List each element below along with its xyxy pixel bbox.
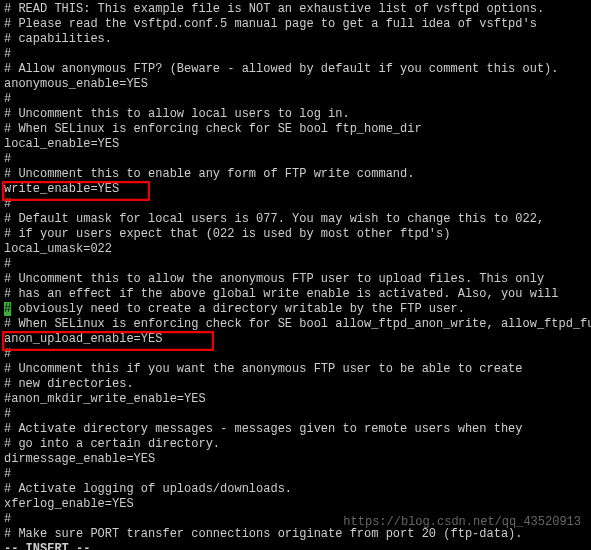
editor-line[interactable]: # Uncomment this to allow the anonymous … (4, 272, 587, 287)
watermark: https://blog.csdn.net/qq_43520913 (343, 515, 581, 530)
editor-line[interactable]: # (4, 347, 587, 362)
editor-line[interactable]: # Please read the vsftpd.conf.5 manual p… (4, 17, 587, 32)
editor-line[interactable]: # has an effect if the above global writ… (4, 287, 587, 302)
editor-line[interactable]: # new directories. (4, 377, 587, 392)
editor-line[interactable]: # Uncomment this to allow local users to… (4, 107, 587, 122)
editor-line[interactable]: # Uncomment this to enable any form of F… (4, 167, 587, 182)
editor-content[interactable]: # READ THIS: This example file is NOT an… (4, 2, 587, 542)
editor-line[interactable]: xferlog_enable=YES (4, 497, 587, 512)
mode-indicator: -- INSERT -- (4, 542, 587, 550)
editor-line[interactable]: # go into a certain directory. (4, 437, 587, 452)
editor-line[interactable]: # capabilities. (4, 32, 587, 47)
editor-line[interactable]: # READ THIS: This example file is NOT an… (4, 2, 587, 17)
editor-line[interactable]: # Uncomment this if you want the anonymo… (4, 362, 587, 377)
editor-line[interactable]: anon_upload_enable=YES (4, 332, 587, 347)
editor-line[interactable]: # Default umask for local users is 077. … (4, 212, 587, 227)
editor-line[interactable]: local_umask=022 (4, 242, 587, 257)
editor-line[interactable]: anonymous_enable=YES (4, 77, 587, 92)
editor-line[interactable]: # (4, 152, 587, 167)
editor-line[interactable]: # Allow anonymous FTP? (Beware - allowed… (4, 62, 587, 77)
editor-line[interactable]: dirmessage_enable=YES (4, 452, 587, 467)
editor-line[interactable]: # (4, 197, 587, 212)
editor-line[interactable]: # (4, 407, 587, 422)
editor-line[interactable]: # (4, 467, 587, 482)
editor-line[interactable]: # When SELinux is enforcing check for SE… (4, 317, 587, 332)
editor-line[interactable]: # (4, 47, 587, 62)
editor-line[interactable]: # Activate directory messages - messages… (4, 422, 587, 437)
editor-line[interactable]: # obviously need to create a directory w… (4, 302, 587, 317)
editor-line[interactable]: # if your users expect that (022 is used… (4, 227, 587, 242)
editor-line[interactable]: # (4, 257, 587, 272)
editor-line[interactable]: #anon_mkdir_write_enable=YES (4, 392, 587, 407)
editor-line[interactable]: local_enable=YES (4, 137, 587, 152)
cursor: # (4, 302, 11, 316)
editor-line[interactable]: # Activate logging of uploads/downloads. (4, 482, 587, 497)
editor-line[interactable]: write_enable=YES (4, 182, 587, 197)
editor-line[interactable]: # (4, 92, 587, 107)
editor-line[interactable]: # When SELinux is enforcing check for SE… (4, 122, 587, 137)
